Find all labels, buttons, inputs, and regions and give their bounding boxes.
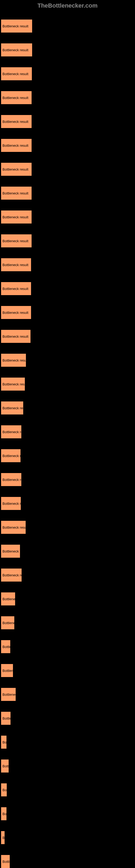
bar-row: Bottleneck result [1,777,135,799]
bar: Bottleneck result [1,616,14,629]
bar: Bottleneck result [1,473,21,486]
site-title: TheBottlenecker.com [38,2,98,9]
bar-row: Bottleneck result [1,371,135,393]
bar-row: Bottleneck result [1,13,135,35]
bar-row: Bottleneck result [1,753,135,775]
bar-label: Bottleneck result [2,72,28,76]
bar-row: Bottleneck result [1,634,135,656]
bar: Bottleneck result [1,282,31,296]
bar-label: Bottleneck result [2,287,28,291]
bar: Bottleneck result [1,568,22,582]
bar-label: Bottleneck result [2,335,28,339]
bar: Bottleneck result [1,19,32,33]
bar-row: Bottleneck result [1,276,135,298]
bar-row: Bottleneck result [1,252,135,274]
bar: Bottleneck result [1,401,24,415]
bar-row: Bottleneck result [1,61,135,83]
bar-label: Bottleneck result [2,144,28,148]
bar-row: Bottleneck result [1,323,135,346]
bar-label: Bottleneck result [2,764,9,768]
bar-label: Bottleneck result [2,239,28,243]
bar-label: Bottleneck result [2,621,14,625]
bar: Bottleneck result [1,353,26,367]
bar: Bottleneck result [1,521,26,534]
bar: Bottleneck result [1,688,16,701]
page-header: TheBottlenecker.com [0,0,135,13]
bar-row: Bottleneck result [1,443,135,465]
bar-label: Bottleneck result [2,406,24,410]
bar-label: Bottleneck result [2,836,5,840]
bar-row: Bottleneck result [1,395,135,417]
bar: Bottleneck result [1,330,31,343]
bar: Bottleneck result [1,735,7,749]
bar: Bottleneck result [1,234,32,248]
bar-label: Bottleneck result [2,740,7,744]
bar-label: Bottleneck result [2,96,28,100]
bar-label: Bottleneck result [2,692,16,696]
bar-label: Bottleneck result [2,597,15,601]
bar-label: Bottleneck result [2,24,28,28]
bar-row: Bottleneck result [1,849,135,868]
bar-label: Bottleneck result [2,430,21,434]
bar-row: Bottleneck result [1,610,135,632]
bar: Bottleneck result [1,306,31,319]
bar-label: Bottleneck result [2,812,7,816]
bar-row: Bottleneck result [1,801,135,823]
bar-label: Bottleneck result [2,191,28,195]
bar: Bottleneck result [1,831,5,844]
bar: Bottleneck result [1,115,32,128]
bar: Bottleneck result [1,592,15,606]
bar-label: Bottleneck result [2,263,28,267]
bar-label: Bottleneck result [2,454,21,458]
bar: Bottleneck result [1,449,21,463]
bar-row: Bottleneck result [1,133,135,155]
bar-label: Bottleneck result [2,501,21,506]
bar-label: Bottleneck result [2,549,20,553]
bar: Bottleneck result [1,783,7,797]
bar-label: Bottleneck result [2,167,28,172]
bar: Bottleneck result [1,640,10,653]
bar-row: Bottleneck result [1,37,135,59]
bar: Bottleneck result [1,67,32,81]
bar-row: Bottleneck result [1,682,135,704]
bar-row: Bottleneck result [1,825,135,847]
bar-row: Bottleneck result [1,109,135,131]
bar-row: Bottleneck result [1,706,135,727]
bar-row: Bottleneck result [1,658,135,680]
bar-label: Bottleneck result [2,382,25,386]
bar-label: Bottleneck result [2,788,7,792]
bar: Bottleneck result [1,210,32,224]
bar-row: Bottleneck result [1,156,135,179]
bar: Bottleneck result [1,855,10,868]
bar-label: Bottleneck result [2,478,21,482]
bar-row: Bottleneck result [1,538,135,560]
bar-row: Bottleneck result [1,228,135,250]
bar-label: Bottleneck result [2,525,26,529]
bar-row: Bottleneck result [1,347,135,369]
bar-row: Bottleneck result [1,180,135,203]
bar: Bottleneck result [1,186,32,200]
bar-label: Bottleneck result [2,669,13,673]
bar-row: Bottleneck result [1,730,135,751]
bar: Bottleneck result [1,162,32,176]
bar: Bottleneck result [1,807,7,820]
bar-label: Bottleneck result [2,215,28,219]
bar: Bottleneck result [1,712,11,725]
bar-label: Bottleneck result [2,645,10,649]
bar-row: Bottleneck result [1,467,135,489]
chart-container: Bottleneck resultBottleneck resultBottle… [0,13,135,868]
bar-row: Bottleneck result [1,85,135,107]
bar: Bottleneck result [1,258,31,272]
bar: Bottleneck result [1,545,20,558]
bar-label: Bottleneck result [2,358,26,362]
bar-row: Bottleneck result [1,562,135,584]
bar: Bottleneck result [1,759,9,773]
bar-row: Bottleneck result [1,419,135,441]
bar-label: Bottleneck result [2,860,10,864]
bar: Bottleneck result [1,425,21,439]
bar-row: Bottleneck result [1,204,135,226]
bar: Bottleneck result [1,43,32,57]
bar: Bottleneck result [1,91,32,104]
bar-row: Bottleneck result [1,491,135,513]
bar: Bottleneck result [1,497,21,510]
